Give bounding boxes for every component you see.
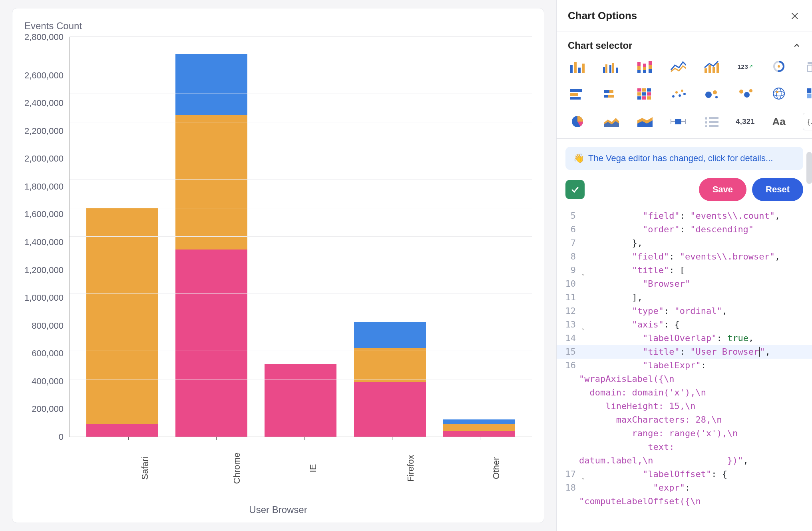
code-line[interactable]: 12 "type": "ordinal", [557, 304, 812, 318]
vega-editor-notification[interactable]: 👋 The Vega editor has changed, click for… [565, 147, 803, 170]
svg-rect-0 [570, 65, 573, 73]
code-line[interactable]: 7 }, [557, 236, 812, 250]
svg-rect-11 [637, 70, 641, 73]
y-axis: 2,800,0002,600,0002,400,0002,200,0002,00… [24, 37, 69, 437]
y-tick-label: 1,200,000 [24, 265, 64, 275]
json-icon[interactable]: {...} [803, 113, 812, 130]
scatter-icon[interactable] [669, 86, 688, 102]
svg-rect-26 [808, 65, 812, 72]
stacked-area-icon[interactable] [635, 114, 654, 130]
code-line[interactable]: 9⌄ "title": [ [557, 264, 812, 277]
code-line[interactable]: "wrapAxisLabel({\n [557, 372, 812, 386]
horizontal-stacked-bar-icon[interactable] [601, 86, 621, 102]
x-tick-label: Safari [140, 457, 150, 479]
gridline [70, 65, 532, 65]
svg-rect-20 [712, 67, 715, 73]
vega-json-editor[interactable]: 5 "field": "events\\.count",6 "order": "… [557, 209, 812, 531]
svg-rect-25 [808, 62, 812, 64]
svg-rect-32 [604, 90, 609, 93]
code-line[interactable]: 6 "order": "descending" [557, 223, 812, 236]
pie-icon[interactable] [568, 114, 587, 130]
code-line[interactable]: 8 "field": "events\\.browser", [557, 250, 812, 264]
bar-ie[interactable] [265, 364, 336, 437]
svg-point-75 [705, 125, 707, 127]
svg-rect-31 [570, 97, 581, 100]
code-line[interactable]: lineHeight: 15,\n [557, 399, 812, 413]
code-line[interactable]: range: range('x'),\n [557, 427, 812, 440]
bar-other[interactable] [443, 419, 515, 437]
code-line[interactable]: 18 "expr": [557, 481, 812, 495]
code-line[interactable]: 5 "field": "events\\.count", [557, 209, 812, 223]
fold-icon[interactable]: ⌄ [582, 471, 585, 484]
y-tick-label: 2,200,000 [24, 126, 64, 136]
bubble-map-icon[interactable] [736, 86, 755, 102]
svg-rect-34 [604, 95, 608, 98]
code-line[interactable]: domain: domain('x'),\n [557, 386, 812, 399]
list-icon[interactable] [702, 114, 721, 130]
section-header[interactable]: Chart selector [568, 40, 801, 51]
chart-panel: Events Count 2,800,0002,600,0002,400,000… [0, 0, 556, 531]
y-tick-label: 600,000 [24, 348, 64, 359]
matrix-icon[interactable] [635, 86, 654, 102]
code-line[interactable]: 15 "title": "User Browser", [557, 345, 812, 359]
table-icon[interactable] [804, 58, 812, 74]
bar-firefox[interactable] [354, 322, 426, 437]
number-icon[interactable]: 4,321 [736, 114, 755, 130]
text-icon[interactable]: Aa [769, 114, 788, 130]
horizontal-bar-icon[interactable] [568, 86, 587, 102]
bar-segment [175, 54, 247, 116]
bubble-icon[interactable] [702, 86, 721, 102]
gridline [70, 265, 532, 265]
save-button[interactable]: Save [699, 178, 746, 201]
svg-point-71 [705, 117, 707, 120]
scrollbar-thumb[interactable] [806, 152, 812, 184]
code-line[interactable]: "computeLabelOffset({\n [557, 495, 812, 508]
code-line[interactable]: 10 "Browser" [557, 277, 812, 291]
code-line[interactable]: text: [557, 440, 812, 454]
bar-segment [175, 250, 247, 437]
code-line[interactable]: datum.label,\n })", [557, 454, 812, 467]
close-icon[interactable] [789, 10, 801, 22]
bar-segment [354, 382, 426, 437]
y-axis-title: Events Count [24, 20, 532, 32]
code-line[interactable]: maxCharacters: 28,\n [557, 413, 812, 427]
fold-icon[interactable]: ⌄ [582, 321, 585, 335]
x-tick: Other [444, 440, 516, 500]
svg-rect-33 [609, 90, 613, 93]
svg-point-52 [715, 96, 718, 98]
svg-point-57 [773, 91, 784, 96]
svg-rect-19 [709, 65, 711, 73]
x-tick: Chrome [180, 440, 252, 500]
code-line[interactable]: 17⌄ "labelOffset": { [557, 467, 812, 481]
bar-segment [86, 208, 158, 424]
gauge-icon[interactable] [769, 58, 788, 74]
y-tick-label: 1,400,000 [24, 237, 64, 248]
gridline [70, 179, 532, 180]
code-line[interactable]: 14 "labelOverlap": true, [557, 331, 812, 345]
svg-rect-17 [649, 69, 652, 73]
svg-rect-36 [637, 88, 641, 92]
boxplot-icon[interactable] [669, 114, 688, 130]
code-line[interactable]: 13⌄ "axis": { [557, 318, 812, 331]
svg-point-54 [744, 92, 750, 98]
sparkline-icon[interactable]: 123↗ [736, 58, 755, 74]
line-chart-icon[interactable] [669, 58, 688, 74]
x-tick-label: IE [308, 464, 318, 473]
area-line-icon[interactable] [702, 58, 721, 74]
code-line[interactable]: 16 "labelExpr": [557, 359, 812, 372]
y-tick-label: 2,400,000 [24, 98, 64, 108]
heatmap-icon[interactable] [804, 86, 812, 102]
chart-type-grid: 123↗ 4,321 Aa {...} [568, 58, 801, 130]
area-icon[interactable] [601, 114, 621, 130]
fold-icon[interactable]: ⌄ [582, 267, 585, 280]
chart-selector-section: Chart selector 123↗ [557, 32, 812, 139]
svg-point-48 [681, 90, 683, 92]
grouped-bar-icon[interactable] [601, 58, 621, 74]
globe-icon[interactable] [769, 86, 788, 102]
svg-rect-12 [643, 64, 646, 67]
gridline [70, 379, 532, 379]
reset-button[interactable]: Reset [752, 178, 803, 201]
bar-chart-icon[interactable] [568, 58, 587, 74]
stacked-bar-icon[interactable] [635, 58, 654, 74]
code-line[interactable]: 11 ], [557, 291, 812, 304]
